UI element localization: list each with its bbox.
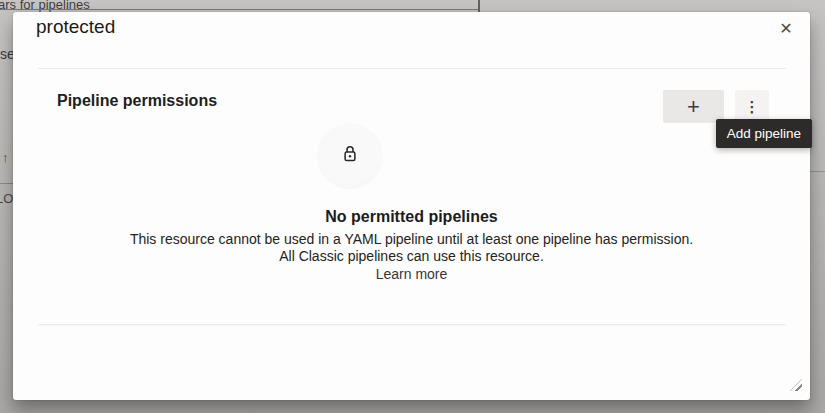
background-page-text: ars for pipelines [0, 0, 90, 12]
lock-icon [340, 144, 360, 168]
footer-divider [38, 324, 786, 325]
pipeline-permissions-dialog: protected ✕ Pipeline permissions + ⋮ Add… [13, 12, 810, 400]
empty-state-description-line1: This resource cannot be used in a YAML p… [13, 231, 810, 248]
dialog-title: protected [36, 16, 115, 38]
add-pipeline-tooltip: Add pipeline [716, 119, 812, 148]
add-pipeline-button[interactable]: + [663, 90, 724, 123]
background-text-fragment: LO [0, 191, 13, 206]
empty-state-title: No permitted pipelines [13, 208, 810, 226]
resize-handle-icon[interactable] [790, 379, 802, 391]
header-divider [38, 68, 786, 69]
empty-state: No permitted pipelines This resource can… [13, 208, 810, 283]
screen: ars for pipelines se ↑ LO protected ✕ Pi… [0, 0, 825, 413]
background-column-divider [478, 0, 480, 12]
learn-more-link[interactable]: Learn more [376, 266, 448, 283]
background-divider [0, 9, 478, 10]
section-heading: Pipeline permissions [57, 92, 217, 110]
background-row-divider [0, 183, 13, 184]
close-icon[interactable]: ✕ [774, 17, 798, 41]
empty-state-description-line2: All Classic pipelines can use this resou… [13, 248, 810, 265]
empty-state-circle [317, 123, 383, 189]
background-row-divider [810, 171, 825, 172]
background-arrow-fragment: ↑ [2, 150, 9, 165]
